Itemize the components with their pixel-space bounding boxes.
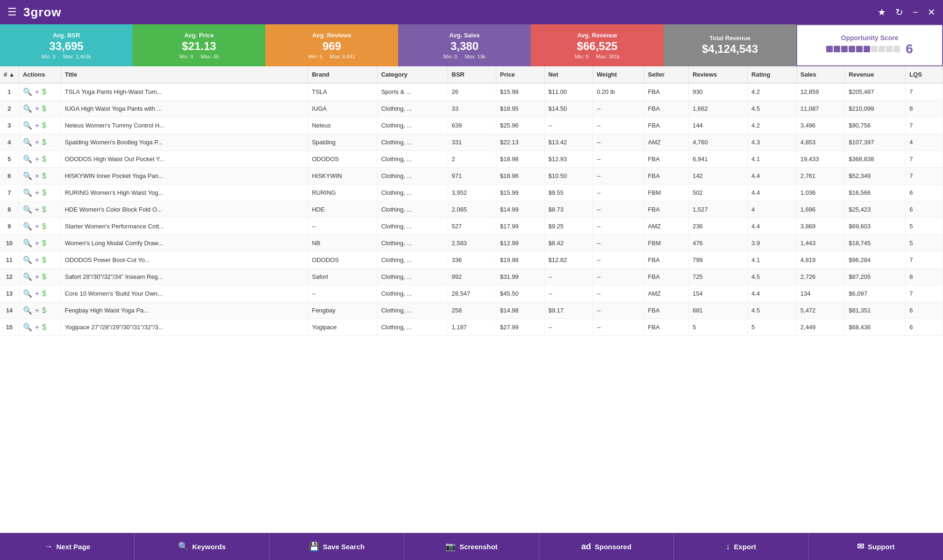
cell-title[interactable]: Women's Long Modal Comfy Draw... [61,235,308,252]
cell-price: $27.99 [496,319,544,336]
col-header-reviews[interactable]: Reviews [689,66,748,83]
zoom-icon[interactable]: 🔍 [23,255,32,264]
col-header-lqs[interactable]: LQS [906,66,943,83]
add-icon[interactable]: + [35,189,39,197]
add-icon[interactable]: + [35,222,39,231]
dollar-icon[interactable]: $ [42,323,46,332]
dollar-icon[interactable]: $ [42,88,46,96]
dollar-icon[interactable]: $ [42,222,46,231]
zoom-icon[interactable]: 🔍 [23,272,32,281]
add-icon[interactable]: + [35,121,39,130]
dollar-icon[interactable]: $ [42,306,46,315]
cell-title[interactable]: RURING Women's High Waist Yog... [61,184,308,201]
zoom-icon[interactable]: 🔍 [23,104,32,113]
cell-title[interactable]: ODODOS Power Boot-Cut Yo... [61,252,308,269]
cell-title[interactable]: Yogipace 27"/28"/29"/30"/31"/32"/3... [61,319,308,336]
action-icons: 🔍 + $ [23,87,57,96]
zoom-icon[interactable]: 🔍 [23,239,32,248]
col-header-price[interactable]: Price [496,66,544,83]
zoom-icon[interactable]: 🔍 [23,306,32,315]
add-icon[interactable]: + [35,239,39,248]
dollar-icon[interactable]: $ [42,121,46,130]
dollar-icon[interactable]: $ [42,105,46,113]
cell-reviews: 154 [689,285,748,302]
add-icon[interactable]: + [35,273,39,281]
zoom-icon[interactable]: 🔍 [23,222,32,231]
cell-title[interactable]: Starter Women's Performance Cott... [61,218,308,235]
add-icon[interactable]: + [35,138,39,147]
cell-actions: 🔍 + $ [19,184,61,201]
dollar-icon[interactable]: $ [42,273,46,281]
add-icon[interactable]: + [35,206,39,214]
add-icon[interactable]: + [35,88,39,96]
screenshot-button[interactable]: 📷Screenshot [404,533,539,560]
zoom-icon[interactable]: 🔍 [23,171,32,180]
zoom-icon[interactable]: 🔍 [23,138,32,147]
dollar-icon[interactable]: $ [42,206,46,214]
zoom-icon[interactable]: 🔍 [23,87,32,96]
cell-title[interactable]: Neleus Women's Tummy Control H... [61,117,308,134]
add-icon[interactable]: + [35,323,39,332]
col-header-rating[interactable]: Rating [748,66,797,83]
col-header-net[interactable]: Net [544,66,593,83]
add-icon[interactable]: + [35,105,39,113]
cell-title[interactable]: HDE Women's Color Block Fold O... [61,201,308,218]
cell-title[interactable]: IUGA High Waist Yoga Pants with ... [61,100,308,117]
cell-sales: 5,472 [796,302,844,319]
add-icon[interactable]: + [35,155,39,163]
close-icon[interactable]: ✕ [928,7,936,18]
col-header-revenue[interactable]: Revenue [845,66,906,83]
cell-title[interactable]: Fengbay High Waist Yoga Pa... [61,302,308,319]
dollar-icon[interactable]: $ [42,290,46,298]
cell-weight: -- [593,151,644,168]
cell-sales: 1,696 [796,201,844,218]
cell-title[interactable]: Core 10 Women's 'Build Your Own... [61,285,308,302]
cell-title[interactable]: TSLA Yoga Pants High-Waist Tum... [61,83,308,100]
sponsored-button[interactable]: adSponsored [539,533,674,560]
action-icons: 🔍 + $ [23,121,57,130]
dollar-icon[interactable]: $ [42,172,46,180]
col-header-bsr[interactable]: BSR [448,66,496,83]
zoom-icon[interactable]: 🔍 [23,289,32,298]
cell-title[interactable]: ODODOS High Waist Out Pocket Y... [61,151,308,168]
minimize-icon[interactable]: − [913,7,918,18]
dollar-icon[interactable]: $ [42,155,46,163]
refresh-icon[interactable]: ↻ [895,7,903,18]
support-button[interactable]: ✉Support [809,533,943,560]
col-header-seller[interactable]: Seller [644,66,689,83]
zoom-icon[interactable]: 🔍 [23,205,32,214]
table-row: 7 🔍 + $ RURING Women's High Waist Yog...… [0,184,943,201]
cell-brand: HISKYWIN [308,168,377,184]
dollar-icon[interactable]: $ [42,138,46,147]
zoom-icon[interactable]: 🔍 [23,188,32,197]
cell-net: $14.50 [544,100,593,117]
col-header-title[interactable]: Title [61,66,308,83]
col-header-sales[interactable]: Sales [796,66,844,83]
dollar-icon[interactable]: $ [42,256,46,264]
hamburger-icon[interactable]: ☰ [7,6,17,18]
save-search-button[interactable]: 💾Save Search [270,533,404,560]
zoom-icon[interactable]: 🔍 [23,323,32,332]
add-icon[interactable]: + [35,306,39,315]
col-header-weight[interactable]: Weight [593,66,644,83]
dollar-icon[interactable]: $ [42,239,46,248]
cell-rating: 4.5 [748,269,797,285]
cell-title[interactable]: HISKYWIN Inner Pocket Yoga Pan... [61,168,308,184]
cell-title[interactable]: Safort 28"/30"/32"/34" Inseam Reg... [61,269,308,285]
cell-weight: -- [593,117,644,134]
add-icon[interactable]: + [35,290,39,298]
add-icon[interactable]: + [35,172,39,180]
col-header-category[interactable]: Category [377,66,448,83]
col-header-num[interactable]: # ▲ [0,66,19,83]
cell-title[interactable]: Spalding Women's Bootleg Yoga P... [61,134,308,151]
add-icon[interactable]: + [35,256,39,264]
keywords-button[interactable]: 🔍Keywords [135,533,269,560]
next-page-button[interactable]: →Next Page [0,533,135,560]
zoom-icon[interactable]: 🔍 [23,155,32,163]
dollar-icon[interactable]: $ [42,189,46,197]
zoom-icon[interactable]: 🔍 [23,121,32,130]
cell-lqs: 6 [906,184,943,201]
col-header-brand[interactable]: Brand [308,66,377,83]
export-button[interactable]: ↓Export [674,533,808,560]
star-icon[interactable]: ★ [878,7,886,18]
